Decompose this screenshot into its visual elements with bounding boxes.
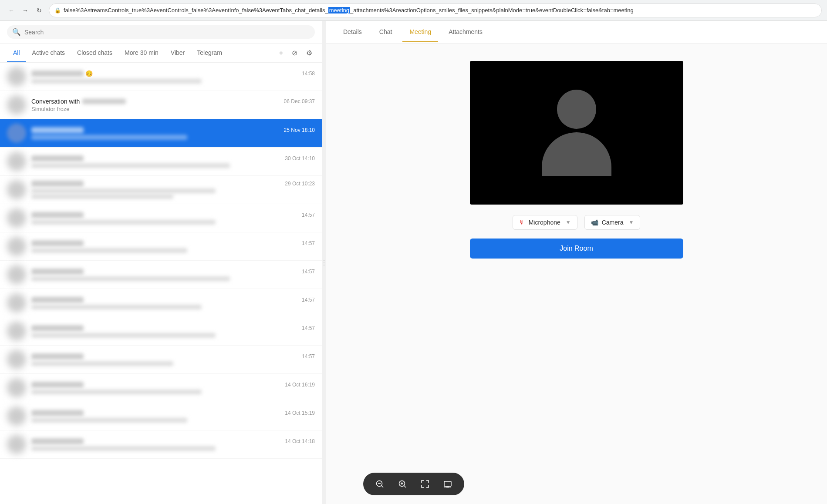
address-bar[interactable]: 🔒 false%3AstreamsControls_true%3AeventCo…: [49, 3, 822, 17]
search-input-wrap[interactable]: 🔍: [7, 25, 315, 39]
svg-line-6: [404, 486, 406, 487]
settings-button[interactable]: ⚙: [304, 47, 315, 59]
chat-preview: Simulator froze: [31, 106, 315, 112]
chevron-down-icon: ▼: [628, 219, 634, 225]
zoom-in-icon: [398, 480, 407, 488]
tab-meeting[interactable]: Meeting: [402, 22, 438, 42]
avatar-body: [542, 132, 611, 176]
microphone-button[interactable]: 🎙 Microphone ▼: [513, 215, 577, 230]
list-item[interactable]: 30 Oct 14:10: [0, 148, 322, 176]
url-text: false%3AstreamsControls_true%3AeventCont…: [64, 7, 816, 13]
list-item[interactable]: 14:57: [0, 204, 322, 232]
reload-button[interactable]: ↻: [33, 4, 45, 17]
browser-chrome: ← → ↻ 🔒 false%3AstreamsControls_true%3Ae…: [0, 0, 827, 21]
meeting-controls: 🎙 Microphone ▼ 📹 Camera ▼: [513, 215, 641, 230]
chat-time: 30 Oct 14:10: [285, 155, 315, 161]
avatar-placeholder: [542, 90, 611, 176]
meeting-content: 🎙 Microphone ▼ 📹 Camera ▼ Join Room: [326, 44, 827, 504]
avatar-head: [557, 90, 596, 129]
join-room-button[interactable]: Join Room: [470, 239, 683, 259]
chat-time: 14:57: [302, 297, 315, 303]
chat-time: 14:58: [302, 71, 315, 77]
right-tabs: Details Chat Meeting Attachments: [326, 21, 827, 44]
svg-line-2: [381, 486, 383, 487]
emoji-badge: 😊: [85, 70, 93, 77]
right-panel: Details Chat Meeting Attachments 🎙 Micro…: [326, 21, 827, 504]
search-icon: 🔍: [12, 28, 21, 36]
chat-preview-blurred: [31, 135, 187, 140]
tab-details[interactable]: Details: [336, 22, 369, 42]
chat-time: 14:57: [302, 325, 315, 331]
list-item[interactable]: 25 Nov 18:10: [0, 119, 322, 148]
microphone-label: Microphone: [529, 219, 560, 226]
bottom-toolbar: [363, 473, 464, 495]
list-item[interactable]: 14:57: [0, 261, 322, 289]
chat-name: Conversation with: [31, 98, 80, 105]
list-item[interactable]: 😊 14:58: [0, 63, 322, 91]
chat-list: 😊 14:58 Conversation with: [0, 63, 322, 504]
zoom-in-button[interactable]: [395, 476, 410, 492]
avatar: [7, 265, 26, 284]
tab-all[interactable]: All: [7, 44, 26, 62]
avatar: [7, 152, 26, 171]
avatar: [7, 407, 26, 426]
list-item[interactable]: 14 Oct 15:19: [0, 402, 322, 430]
list-item[interactable]: Conversation with 06 Dec 09:37 Simulator…: [0, 91, 322, 119]
chat-info: 25 Nov 18:10: [31, 127, 315, 140]
tab-telegram[interactable]: Telegram: [191, 44, 228, 62]
avatar: [7, 322, 26, 341]
camera-button[interactable]: 📹 Camera ▼: [584, 215, 641, 230]
cast-button[interactable]: [440, 476, 456, 492]
video-container: [470, 61, 683, 205]
list-item[interactable]: 14:57: [0, 317, 322, 346]
list-item[interactable]: 29 Oct 10:23: [0, 176, 322, 204]
avatar: [7, 435, 26, 454]
zoom-out-icon: [375, 480, 384, 488]
chat-time: 29 Oct 10:23: [285, 181, 315, 187]
list-item[interactable]: 14:57: [0, 232, 322, 261]
chat-time: 14:57: [302, 269, 315, 275]
zoom-out-button[interactable]: [372, 476, 388, 492]
svg-rect-7: [444, 481, 451, 486]
sidebar: 🔍 All Active chats Closed chats More 30 …: [0, 21, 322, 504]
chat-time: 14:57: [302, 240, 315, 246]
search-bar: 🔍: [0, 21, 322, 44]
list-item[interactable]: 14:57: [0, 346, 322, 374]
chat-time: 14:57: [302, 212, 315, 218]
panel-divider[interactable]: ⋮: [322, 21, 326, 504]
chat-time: 14 Oct 14:18: [285, 438, 315, 444]
back-button[interactable]: ←: [5, 4, 17, 17]
tab-attachments[interactable]: Attachments: [442, 22, 489, 42]
list-item[interactable]: 14 Oct 14:18: [0, 430, 322, 459]
chat-time: 14 Oct 15:19: [285, 410, 315, 416]
chat-preview-blurred: [31, 79, 202, 84]
list-item[interactable]: 14:57: [0, 289, 322, 317]
chat-info: 😊 14:58: [31, 70, 315, 84]
chat-name-blurred: [31, 127, 84, 133]
avatar: [7, 208, 26, 228]
chat-time: 14 Oct 16:19: [285, 382, 315, 388]
chat-info: Conversation with 06 Dec 09:37 Simulator…: [31, 98, 315, 112]
avatar: [7, 180, 26, 199]
avatar: [7, 95, 26, 114]
nav-buttons: ← → ↻: [5, 4, 45, 17]
lock-icon: 🔒: [54, 7, 61, 13]
fullscreen-button[interactable]: [417, 476, 433, 492]
tabs-bar: All Active chats Closed chats More 30 mi…: [0, 44, 322, 63]
tab-active-chats[interactable]: Active chats: [26, 44, 71, 62]
chat-time: 25 Nov 18:10: [284, 127, 315, 133]
avatar: [7, 124, 26, 143]
camera-icon: 📹: [591, 219, 598, 226]
tab-viber[interactable]: Viber: [165, 44, 191, 62]
tab-chat[interactable]: Chat: [372, 22, 399, 42]
search-input[interactable]: [24, 29, 310, 36]
tab-closed-chats[interactable]: Closed chats: [71, 44, 118, 62]
chevron-down-icon: ▼: [566, 219, 571, 225]
list-item[interactable]: 14 Oct 16:19: [0, 374, 322, 402]
forward-button[interactable]: →: [19, 4, 31, 17]
add-chat-button[interactable]: +: [277, 47, 286, 59]
avatar: [7, 237, 26, 256]
filter-button[interactable]: ⊘: [289, 47, 300, 59]
tab-more-30-min[interactable]: More 30 min: [118, 44, 165, 62]
chat-name-blurred: [82, 99, 126, 104]
